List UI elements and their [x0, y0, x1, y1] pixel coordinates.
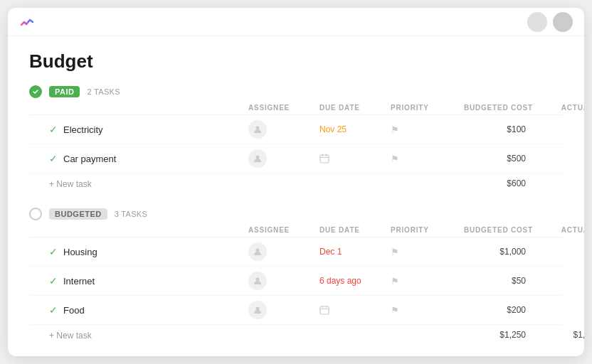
new-task-wrapper: + New task [49, 328, 248, 341]
task-priority-cell: ⚑ [391, 123, 448, 136]
table-row: ✓ Car payment ⚑ $500 $499 [29, 144, 563, 173]
task-actual-cost: $75 [533, 305, 584, 315]
priority-flag-icon[interactable]: ⚑ [391, 305, 399, 316]
budgeted-footer-row: + New task $1,250 $1,124.99 [29, 325, 563, 345]
svg-point-8 [256, 307, 260, 311]
assignee-avatar[interactable] [248, 301, 267, 319]
new-task-button[interactable]: + New task [49, 179, 92, 189]
task-actual-cost: $49.99 [533, 276, 584, 286]
budgeted-total: $1,250 [448, 330, 533, 340]
new-task-wrapper: + New task [49, 177, 248, 190]
task-priority-cell: ⚑ [391, 274, 448, 287]
svg-rect-9 [320, 306, 329, 314]
section-paid: PAID 2 TASKS ASSIGNEE DUE DATE PRIORITY … [29, 85, 563, 193]
task-check-icon[interactable]: ✓ [49, 246, 58, 257]
table-row: ✓ Housing Dec 1 ⚑ $1,000 $1,000 $0 [29, 237, 563, 267]
paid-budgeted-total: $600 [448, 178, 533, 188]
task-name-cell: ✓ Car payment [49, 153, 248, 164]
task-budgeted-cost: $50 [448, 276, 533, 286]
task-duedate-cell: 6 days ago [319, 276, 391, 286]
task-check-icon[interactable]: ✓ [49, 124, 58, 135]
section-paid-toggle[interactable] [29, 85, 42, 98]
task-name: Food [63, 305, 85, 316]
task-check-icon[interactable]: ✓ [49, 304, 58, 316]
budgeted-task-count: 3 TASKS [115, 210, 147, 218]
task-budgeted-cost: $100 [448, 124, 533, 134]
budgeted-table-header: ASSIGNEE DUE DATE PRIORITY BUDGETED COST… [29, 223, 563, 237]
table-row: ✓ Food ⚑ $200 $75 $125 [29, 296, 563, 325]
task-duedate-cell [319, 305, 391, 315]
priority-flag-icon[interactable]: ⚑ [391, 247, 399, 257]
task-budgeted-cost: $1,000 [448, 247, 533, 257]
svg-point-1 [256, 156, 260, 159]
paid-col-priority: PRIORITY [391, 104, 448, 112]
svg-rect-2 [320, 155, 329, 163]
titlebar-actions [527, 12, 573, 32]
task-due-date: Nov 25 [319, 124, 347, 134]
task-name: Electricity [63, 124, 103, 135]
paid-footer-row: + New task $600 $624 [29, 173, 563, 193]
task-name: Car payment [63, 154, 116, 164]
paid-table-header: ASSIGNEE DUE DATE PRIORITY BUDGETED COST… [29, 101, 563, 115]
user-avatar-1[interactable] [527, 12, 547, 32]
task-name: Internet [63, 276, 95, 287]
page-title: Budget [29, 50, 563, 73]
assignee-avatar[interactable] [248, 120, 267, 139]
task-budgeted-cost: $500 [448, 154, 533, 164]
budgeted-badge: BUDGETED [49, 208, 107, 220]
task-duedate-cell: Dec 1 [319, 247, 391, 257]
task-name-cell: ✓ Food [49, 304, 248, 316]
calendar-icon [319, 305, 329, 315]
task-duedate-cell: Nov 25 [319, 124, 391, 134]
assignee-avatar[interactable] [248, 272, 267, 290]
main-window: Budget PAID 2 TASKS ASSIGNEE DUE DATE PR… [8, 8, 584, 356]
table-row: ✓ Internet 6 days ago ⚑ $50 $49.99 $0.01 [29, 267, 563, 296]
task-name-cell: ✓ Electricity [49, 124, 248, 135]
task-priority-cell: ⚑ [391, 304, 448, 316]
budgeted-col-assignee: ASSIGNEE [248, 226, 319, 234]
task-actual-cost: $499 [533, 154, 584, 164]
priority-flag-icon[interactable]: ⚑ [391, 276, 399, 287]
task-check-icon[interactable]: ✓ [49, 275, 58, 287]
budgeted-col-actual: ACTUAL COST [533, 226, 584, 234]
section-budgeted-toggle[interactable] [29, 208, 42, 220]
budgeted-col-duedate: DUE DATE [319, 226, 391, 234]
content-area: Budget PAID 2 TASKS ASSIGNEE DUE DATE PR… [8, 36, 584, 356]
task-name: Housing [63, 247, 97, 257]
task-actual-cost: $1,000 [533, 247, 584, 257]
titlebar [8, 8, 584, 36]
task-duedate-cell [319, 154, 391, 164]
task-assignee-cell [248, 301, 319, 319]
section-budgeted-header: BUDGETED 3 TASKS [29, 208, 563, 220]
task-assignee-cell [248, 272, 319, 290]
paid-badge: PAID [49, 86, 80, 97]
user-avatar-2[interactable] [553, 12, 573, 32]
task-priority-cell: ⚑ [391, 245, 448, 258]
task-name-cell: ✓ Internet [49, 275, 248, 287]
svg-point-0 [256, 127, 260, 130]
budgeted-actual-total: $1,124.99 [533, 330, 584, 340]
new-task-button[interactable]: + New task [49, 331, 92, 341]
paid-col-budgeted: BUDGETED COST [448, 104, 533, 112]
task-assignee-cell [248, 242, 319, 261]
calendar-icon [319, 154, 329, 164]
paid-task-count: 2 TASKS [87, 87, 120, 96]
budgeted-col-priority: PRIORITY [391, 226, 448, 234]
paid-col-actual: ACTUAL COST [533, 104, 584, 112]
task-assignee-cell [248, 149, 319, 168]
assignee-avatar[interactable] [248, 149, 267, 168]
task-budgeted-cost: $200 [448, 305, 533, 315]
task-check-icon[interactable]: ✓ [49, 153, 58, 164]
assignee-avatar[interactable] [248, 242, 267, 261]
svg-point-7 [256, 278, 260, 282]
paid-col-assignee: ASSIGNEE [248, 104, 319, 112]
task-name-cell: ✓ Housing [49, 246, 248, 257]
task-actual-cost: $125 [533, 124, 584, 134]
app-logo [19, 14, 35, 30]
task-due-date: 6 days ago [319, 276, 361, 286]
task-due-date: Dec 1 [319, 247, 342, 257]
priority-flag-icon[interactable]: ⚑ [391, 124, 399, 135]
priority-flag-icon[interactable]: ⚑ [391, 154, 399, 164]
task-assignee-cell [248, 120, 319, 139]
svg-point-6 [256, 249, 260, 252]
